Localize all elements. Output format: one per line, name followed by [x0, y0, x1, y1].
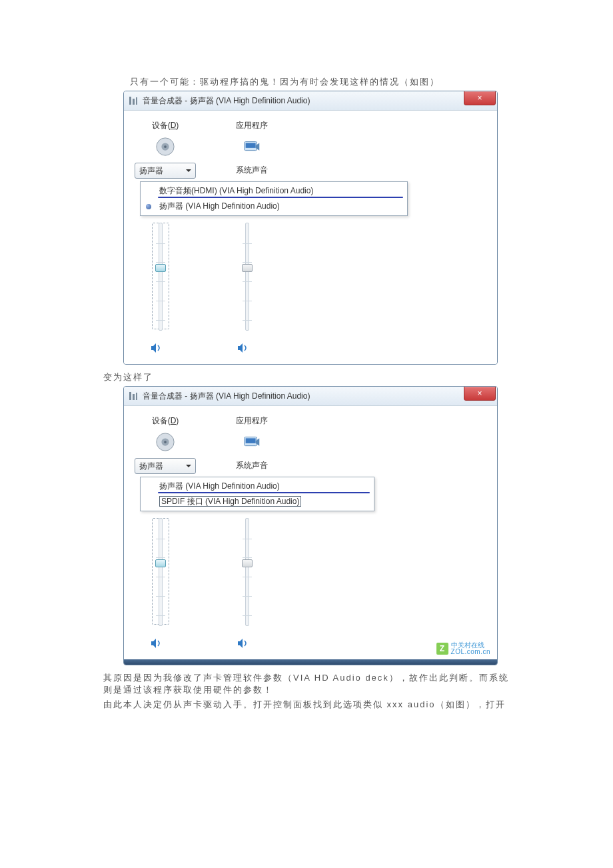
close-icon: ×	[477, 389, 482, 398]
client-area: 设备(D) 扬声器 应用程序 系统声音	[124, 406, 497, 659]
svg-rect-10	[136, 393, 137, 400]
mixer-app-icon	[128, 95, 139, 106]
app-column: 应用程序 系统声音	[236, 120, 268, 177]
device-volume-slider[interactable]	[151, 223, 171, 329]
svg-point-5	[164, 145, 167, 148]
mute-app-icon[interactable]	[236, 341, 249, 355]
svg-rect-15	[246, 438, 256, 443]
sliders-row	[151, 223, 486, 336]
device-dropdown-menu: 扬声器 (VIA High Definition Audio) SPDIF 接口…	[140, 477, 374, 511]
doc-line-4: 由此本人决定仍从声卡驱动入手。打开控制面板找到此选项类似 xxx audio（如…	[103, 699, 510, 711]
svg-rect-9	[133, 394, 135, 400]
dropdown-label: 扬声器	[139, 461, 163, 472]
slider-thumb[interactable]	[242, 264, 253, 272]
doc-line-2: 变为这样了	[103, 371, 510, 383]
app-column: 应用程序 系统声音	[236, 415, 268, 473]
device-column: 设备(D) 扬声器	[135, 415, 196, 474]
document-page: 只有一个可能：驱动程序搞的鬼！因为有时会发现这样的情况（如图） 音量合成器 - …	[0, 0, 613, 753]
svg-rect-7	[246, 143, 256, 148]
mute-device-icon[interactable]	[149, 637, 163, 650]
volume-mixer-window-2: 音量合成器 - 扬声器 (VIA High Definition Audio) …	[123, 386, 498, 665]
window-title: 音量合成器 - 扬声器 (VIA High Definition Audio)	[143, 95, 310, 107]
mute-device-icon[interactable]	[149, 341, 163, 355]
zol-watermark: Z 中关村在线 ZOL.com.cn	[436, 642, 490, 655]
menu-item-speakers[interactable]: 扬声器 (VIA High Definition Audio)	[141, 199, 407, 214]
device-header: 设备(D)	[152, 415, 179, 427]
device-dropdown[interactable]: 扬声器	[135, 458, 196, 474]
svg-rect-0	[129, 97, 131, 105]
system-sounds-icon[interactable]	[241, 136, 263, 157]
device-column: 设备(D) 扬声器	[135, 120, 196, 179]
mute-app-icon[interactable]	[236, 637, 249, 650]
system-sounds-label: 系统声音	[236, 163, 268, 177]
slider-thumb[interactable]	[155, 264, 166, 272]
window-title: 音量合成器 - 扬声器 (VIA High Definition Audio)	[143, 391, 310, 402]
volume-mixer-window-1: 音量合成器 - 扬声器 (VIA High Definition Audio) …	[123, 91, 498, 365]
close-button[interactable]: ×	[464, 91, 496, 105]
svg-rect-2	[136, 97, 137, 105]
speaker-device-icon[interactable]	[155, 431, 176, 453]
device-header: 设备(D)	[152, 120, 179, 132]
sliders-row	[151, 518, 486, 631]
device-volume-slider[interactable]	[151, 518, 171, 625]
system-sounds-label: 系统声音	[236, 458, 268, 473]
app-volume-slider[interactable]	[237, 518, 257, 625]
titlebar[interactable]: 音量合成器 - 扬声器 (VIA High Definition Audio) …	[124, 91, 497, 111]
dropdown-label: 扬声器	[139, 165, 163, 177]
device-dropdown[interactable]: 扬声器	[135, 163, 196, 179]
speaker-device-icon[interactable]	[155, 136, 176, 157]
chevron-down-icon	[186, 169, 191, 172]
svg-rect-8	[129, 392, 131, 400]
app-volume-slider[interactable]	[237, 223, 257, 329]
menu-item-hdmi[interactable]: 数字音频(HDMI) (VIA High Definition Audio)	[141, 183, 407, 199]
app-header: 应用程序	[236, 120, 268, 132]
taskbar-sliver	[124, 659, 497, 665]
close-button[interactable]: ×	[464, 386, 496, 401]
app-header: 应用程序	[236, 415, 268, 427]
client-area: 设备(D) 扬声器 应用程序 系统声音	[124, 111, 497, 364]
menu-item-speakers[interactable]: 扬声器 (VIA High Definition Audio)	[141, 479, 374, 494]
doc-line-1: 只有一个可能：驱动程序搞的鬼！因为有时会发现这样的情况（如图）	[130, 76, 510, 88]
menu-item-spdif[interactable]: SPDIF 接口 (VIA High Definition Audio)	[141, 494, 374, 509]
titlebar[interactable]: 音量合成器 - 扬声器 (VIA High Definition Audio) …	[124, 387, 497, 406]
device-dropdown-menu: 数字音频(HDMI) (VIA High Definition Audio) 扬…	[140, 181, 408, 216]
slider-thumb[interactable]	[155, 559, 166, 567]
svg-point-13	[164, 441, 167, 443]
svg-rect-1	[133, 99, 135, 105]
zol-logo-icon: Z	[436, 643, 448, 655]
doc-line-3: 其原因是因为我修改了声卡管理软件参数（VIA HD Audio deck），故作…	[103, 672, 510, 696]
mixer-app-icon	[128, 391, 139, 401]
slider-thumb[interactable]	[242, 559, 253, 567]
close-icon: ×	[477, 93, 482, 103]
chevron-down-icon	[186, 465, 191, 467]
selected-bullet-icon	[146, 204, 151, 209]
system-sounds-icon[interactable]	[241, 431, 263, 453]
